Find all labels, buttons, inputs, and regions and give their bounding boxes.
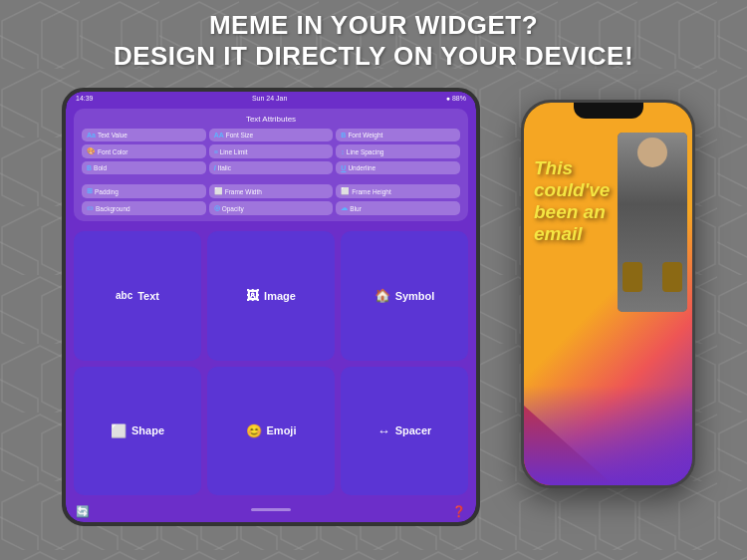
shape-icon: ⬜: [111, 423, 126, 438]
ipad-bottom-right-icon[interactable]: ❓: [452, 505, 466, 518]
home-indicator: [251, 508, 291, 511]
attr-font-color[interactable]: 🎨 Font Color: [82, 144, 206, 158]
attr-icon-font-weight: B: [341, 132, 346, 139]
attr-icon-line-limit: ≡: [214, 148, 218, 155]
meme-line2: could've: [534, 179, 610, 201]
emoji-label: Emoji: [267, 424, 297, 436]
emoji-icon: 😊: [246, 423, 262, 438]
attr-line-spacing[interactable]: ↕ Line Spacing: [336, 144, 460, 158]
image-button[interactable]: 🖼 Image: [207, 231, 335, 361]
ipad-frame: 14:39 Sun 24 Jan ● 88% Text Attributes A…: [62, 88, 480, 526]
text-label: Text: [137, 290, 159, 302]
spacer-label: Spacer: [395, 424, 432, 436]
attr-line-limit[interactable]: ≡ Line Limit: [209, 144, 334, 158]
attr-grid: Aa Text Value AA Font Size B Font Weight…: [82, 129, 460, 215]
shape-label: Shape: [131, 424, 164, 436]
iphone-meme-text: This could've been an email: [534, 157, 610, 244]
text-attributes-panel: Text Attributes Aa Text Value AA Font Si…: [74, 109, 468, 221]
meme-line1: This: [534, 157, 610, 179]
ipad-bottom-left-icon[interactable]: 🔄: [76, 505, 90, 518]
attr-font-weight[interactable]: B Font Weight: [336, 129, 460, 141]
iphone-bottom-gradient: [524, 386, 692, 485]
attr-frame-height[interactable]: ⬜ Frame Height: [336, 184, 460, 198]
attr-icon-frame-height: ⬜: [341, 187, 350, 195]
shape-button[interactable]: ⬜ Shape: [74, 367, 201, 496]
attr-icon-bold: B: [87, 164, 92, 171]
symbol-icon: 🏠: [374, 288, 390, 303]
emoji-button[interactable]: 😊 Emoji: [207, 367, 335, 496]
ipad-battery: ● 88%: [446, 95, 466, 102]
ipad-screen: 14:39 Sun 24 Jan ● 88% Text Attributes A…: [66, 92, 476, 522]
attr-italic[interactable]: I Italic: [209, 161, 334, 174]
main-buttons-area: abc Text 🖼 Image 🏠 Symbol ⬜ Shape 😊 Emoj…: [66, 225, 476, 503]
attr-frame-width[interactable]: ⬜ Frame Width: [209, 184, 334, 198]
attr-icon-opacity: ◎: [214, 204, 220, 212]
header-area: MEME IN YOUR WIDGET? DESIGN IT DIRECTLY …: [0, 10, 747, 72]
ipad-date: Sun 24 Jan: [252, 95, 287, 102]
attr-icon-font-color: 🎨: [87, 147, 96, 155]
spacer-button[interactable]: ↔ Spacer: [341, 367, 468, 496]
attr-icon-text-value: Aa: [87, 132, 96, 139]
symbol-button[interactable]: 🏠 Symbol: [341, 231, 468, 361]
meme-line3: been an: [534, 201, 610, 223]
attr-icon-font-size: AA: [214, 132, 224, 139]
iphone-figure: [618, 133, 687, 312]
attr-icon-blur: ☁: [341, 204, 348, 212]
symbol-label: Symbol: [395, 290, 435, 302]
text-button[interactable]: abc Text: [74, 231, 201, 361]
image-icon: 🖼: [246, 288, 259, 303]
spacer-icon: ↔: [377, 423, 390, 438]
attr-text-value[interactable]: Aa Text Value: [82, 129, 206, 141]
iphone-screen: This could've been an email: [524, 103, 692, 485]
attr-opacity[interactable]: ◎ Opacity: [209, 201, 334, 215]
ipad-time: 14:39: [76, 95, 94, 102]
image-label: Image: [264, 290, 296, 302]
attr-icon-italic: I: [214, 164, 216, 171]
header-title-line2: DESIGN IT DIRECTLY ON YOUR DEVICE!: [0, 41, 747, 72]
attr-padding[interactable]: ⊞ Padding: [82, 184, 206, 198]
header-title-line1: MEME IN YOUR WIDGET?: [0, 10, 747, 41]
attr-font-size[interactable]: AA Font Size: [209, 129, 334, 141]
meme-line4: email: [534, 223, 610, 245]
attr-icon-background: ▭: [87, 204, 94, 212]
figure-head: [637, 138, 667, 167]
attr-icon-frame-width: ⬜: [214, 187, 223, 195]
attr-underline[interactable]: U Underline: [336, 161, 460, 174]
attr-icon-padding: ⊞: [87, 187, 93, 195]
panel-title: Text Attributes: [82, 115, 460, 124]
ipad-status-bar: 14:39 Sun 24 Jan ● 88%: [66, 92, 476, 105]
iphone-frame: This could've been an email: [521, 100, 695, 488]
iphone-notch: [574, 103, 643, 119]
attr-blur[interactable]: ☁ Blur: [336, 201, 460, 215]
attr-background[interactable]: ▭ Background: [82, 201, 206, 215]
attr-icon-underline: U: [341, 164, 346, 171]
figure-body: [618, 133, 687, 312]
attr-bold[interactable]: B Bold: [82, 161, 206, 174]
attr-icon-line-spacing: ↕: [341, 148, 345, 155]
text-icon: abc: [116, 290, 132, 301]
